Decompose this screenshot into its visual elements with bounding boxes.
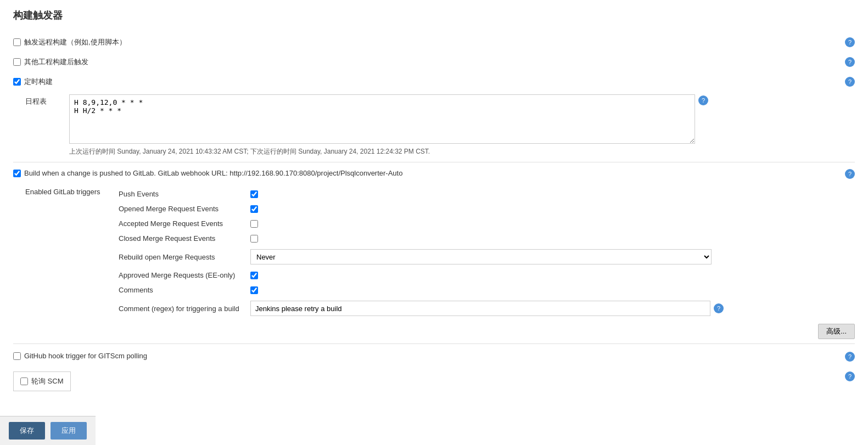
schedule-help-icon[interactable]: ? <box>698 95 708 105</box>
gitlab-triggers-inner: Enabled GitLab triggers Push Events Open… <box>25 187 855 319</box>
page-title: 构建触发器 <box>13 9 855 26</box>
scheduled-checkbox[interactable] <box>13 78 21 86</box>
approved-merge-checkbox[interactable] <box>250 272 258 279</box>
enabled-gitlab-label: Enabled GitLab triggers <box>25 187 119 196</box>
accepted-merge-checkbox[interactable] <box>250 220 258 228</box>
scheduled-label[interactable]: 定时构建 <box>13 77 845 87</box>
approved-merge-row: Approved Merge Requests (EE-only) <box>119 268 855 283</box>
approved-merge-checkbox-wrap <box>250 272 258 279</box>
scheduled-row-inner: 定时构建 ? <box>13 77 855 87</box>
comment-regex-input[interactable]: Jenkins please retry a build <box>250 301 710 316</box>
comment-regex-label: Comment (regex) for triggering a build <box>119 305 239 313</box>
github-hook-row-inner: GitHub hook trigger for GITScm polling ? <box>13 352 855 362</box>
save-button[interactable]: 保存 <box>9 422 45 440</box>
divider-1 <box>13 162 855 162</box>
poll-scm-row: 轮询 SCM ? <box>13 369 855 393</box>
comments-label: Comments <box>119 286 250 294</box>
closed-merge-checkbox[interactable] <box>250 235 258 243</box>
scheduled-row: 定时构建 ? <box>13 75 855 89</box>
comment-regex-help-icon[interactable]: ? <box>714 303 724 313</box>
gitlab-build-label[interactable]: Build when a change is pushed to GitLab.… <box>13 169 845 177</box>
remote-trigger-label[interactable]: 触发远程构建（例如,使用脚本） <box>13 37 845 47</box>
other-project-label-area: 其他工程构建后触发 <box>13 57 845 67</box>
other-project-label[interactable]: 其他工程构建后触发 <box>13 57 845 67</box>
opened-merge-label: Opened Merge Request Events <box>119 205 250 213</box>
poll-scm-label-area: 轮询 SCM <box>13 371 845 391</box>
advanced-row: 高级... <box>13 324 855 339</box>
gitlab-build-label-area: Build when a change is pushed to GitLab.… <box>13 169 845 177</box>
schedule-textarea-wrapper: H 8,9,12,0 * * * H H/2 * * * ? <box>69 94 855 144</box>
comments-checkbox[interactable] <box>250 286 258 294</box>
triggers-content: Push Events Opened Merge Request Events … <box>119 187 855 319</box>
poll-scm-box: 轮询 SCM <box>13 371 71 391</box>
closed-merge-label: Closed Merge Request Events <box>119 234 250 243</box>
page-wrapper: 构建触发器 触发远程构建（例如,使用脚本） ? 其他工程构建后触发 ? <box>0 0 868 445</box>
remote-trigger-checkbox[interactable] <box>13 38 21 46</box>
divider-2 <box>13 343 855 344</box>
poll-scm-help-icon[interactable]: ? <box>845 371 855 381</box>
push-events-row: Push Events <box>119 187 855 201</box>
poll-scm-checkbox[interactable] <box>20 378 28 385</box>
opened-merge-checkbox-wrap <box>250 205 258 213</box>
gitlab-build-help-icon[interactable]: ? <box>845 169 855 179</box>
gitlab-triggers-section: Enabled GitLab triggers Push Events Open… <box>13 187 855 319</box>
push-events-checkbox-wrap <box>250 190 258 198</box>
other-project-row-inner: 其他工程构建后触发 ? <box>13 57 855 67</box>
comment-regex-label-wrap: Comment (regex) for triggering a build <box>119 305 250 313</box>
remote-trigger-help-icon[interactable]: ? <box>845 37 855 47</box>
comments-checkbox-wrap <box>250 286 258 294</box>
poll-scm-row-inner: 轮询 SCM ? <box>13 371 855 391</box>
opened-merge-checkbox[interactable] <box>250 205 258 213</box>
rebuild-open-select[interactable]: Never On push to source branch On push t… <box>250 249 712 264</box>
rebuild-open-row: Rebuild open Merge Requests Never On pus… <box>119 246 855 268</box>
rebuild-open-label: Rebuild open Merge Requests <box>119 253 250 261</box>
footer-buttons: 保存 应用 <box>0 416 96 445</box>
accepted-merge-checkbox-wrap <box>250 220 258 228</box>
schedule-row: 日程表 H 8,9,12,0 * * * H H/2 * * * ? <box>13 94 855 144</box>
other-project-help-icon[interactable]: ? <box>845 57 855 67</box>
gitlab-build-row-inner: Build when a change is pushed to GitLab.… <box>13 169 855 179</box>
push-events-label: Push Events <box>119 190 250 198</box>
github-hook-label-area: GitHub hook trigger for GITScm polling <box>13 352 845 360</box>
accepted-merge-label: Accepted Merge Request Events <box>119 219 250 228</box>
approved-merge-label: Approved Merge Requests (EE-only) <box>119 271 250 279</box>
closed-merge-checkbox-wrap <box>250 235 258 243</box>
advanced-button[interactable]: 高级... <box>818 324 855 339</box>
remote-trigger-label-area: 触发远程构建（例如,使用脚本） <box>13 37 845 47</box>
scheduled-label-area: 定时构建 <box>13 77 845 87</box>
remote-trigger-row-inner: 触发远程构建（例如,使用脚本） ? <box>13 37 855 47</box>
comment-regex-row: Comment (regex) for triggering a build J… <box>119 297 855 319</box>
accepted-merge-row: Accepted Merge Request Events <box>119 216 855 231</box>
gitlab-build-row: Build when a change is pushed to GitLab.… <box>13 167 855 181</box>
github-hook-row: GitHub hook trigger for GITScm polling ? <box>13 350 855 364</box>
closed-merge-row: Closed Merge Request Events <box>119 231 855 246</box>
gitlab-build-checkbox[interactable] <box>13 170 21 177</box>
apply-button[interactable]: 应用 <box>51 422 87 440</box>
schedule-textarea[interactable]: H 8,9,12,0 * * * H H/2 * * * <box>69 94 695 144</box>
github-hook-checkbox[interactable] <box>13 352 21 360</box>
github-hook-label[interactable]: GitHub hook trigger for GITScm polling <box>13 352 845 360</box>
schedule-info: 上次运行的时间 Sunday, January 24, 2021 10:43:3… <box>13 147 855 156</box>
other-project-row: 其他工程构建后触发 ? <box>13 55 855 69</box>
github-hook-help-icon[interactable]: ? <box>845 352 855 362</box>
remote-trigger-row: 触发远程构建（例如,使用脚本） ? <box>13 35 855 49</box>
other-project-checkbox[interactable] <box>13 58 21 66</box>
scheduled-help-icon[interactable]: ? <box>845 77 855 87</box>
push-events-checkbox[interactable] <box>250 190 258 198</box>
comments-row: Comments <box>119 283 855 297</box>
schedule-label: 日程表 <box>25 94 69 106</box>
opened-merge-row: Opened Merge Request Events <box>119 201 855 216</box>
